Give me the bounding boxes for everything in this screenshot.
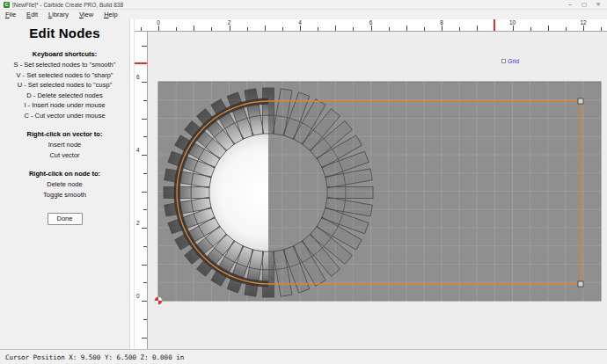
ruler-tick [194, 25, 194, 31]
ruler-tick [566, 27, 567, 31]
close-icon[interactable]: ✕ [591, 0, 605, 9]
ruler-tick [300, 25, 301, 31]
edit-nodes-panel: Edit Nodes Keyboard shortcuts: S - Set s… [0, 19, 130, 349]
cursor-x-marker [494, 19, 495, 31]
ruler-tick [142, 192, 147, 193]
grid-toggle-label[interactable]: Grid [508, 58, 519, 65]
ruler-label: 0 [157, 19, 160, 25]
ruler-tick [142, 265, 147, 266]
menu-edit[interactable]: Edit [21, 10, 43, 19]
menu-file[interactable]: File [0, 10, 21, 19]
menu-library[interactable]: Library [43, 10, 74, 19]
ruler-tick [583, 25, 584, 31]
ruler-tick [601, 27, 602, 31]
section-heading: Right-click on node to: [0, 170, 129, 178]
ruler-label: 0 [136, 293, 140, 299]
ruler-tick [424, 27, 425, 31]
gear-tooth[interactable] [164, 187, 209, 199]
ruler-tick [143, 282, 147, 283]
ruler-label: 6 [136, 74, 140, 80]
menu-help[interactable]: Help [99, 10, 122, 19]
ruler-tick [142, 119, 147, 120]
ruler-tick [530, 27, 531, 31]
ruler-tick [142, 228, 147, 229]
ruler-tick [176, 27, 177, 31]
ruler-tick [142, 301, 147, 302]
gear-tooth[interactable] [263, 88, 274, 134]
app-icon: C [4, 2, 10, 8]
ruler-tick [143, 136, 147, 137]
ruler-tick [282, 27, 283, 31]
ruler-tick [477, 25, 478, 31]
ruler-tick [141, 27, 142, 31]
ruler-tick [459, 27, 460, 31]
menu-bar: File Edit Library View Help [0, 10, 607, 19]
ruler-tick [211, 27, 212, 31]
context-line: Insert node [0, 140, 129, 150]
ruler-label: 8 [440, 19, 443, 25]
shortcut-line: S - Set selected nodes to "smooth" [0, 60, 129, 70]
node-handle[interactable] [578, 98, 583, 104]
grid-checkbox[interactable] [501, 59, 506, 63]
page-title: Edit Nodes [0, 25, 129, 40]
shortcut-line: V - Set selected nodes to "sharp" [0, 70, 129, 81]
vector-context-section: Right-click on vector to: Insert node Cu… [0, 130, 129, 160]
shortcut-line: C - Cut vector under mouse [0, 111, 129, 121]
shortcut-line: I - Insert node under mouse [0, 100, 129, 111]
vertical-ruler: 0246 [135, 32, 148, 349]
context-line: Delete node [0, 179, 129, 190]
ruler-tick [406, 25, 407, 31]
node-handle[interactable] [578, 281, 583, 287]
section-heading: Right-click on vector to: [0, 130, 129, 138]
ruler-tick [158, 25, 159, 31]
ruler-tick [142, 155, 147, 156]
grid-toggle[interactable]: Grid [501, 58, 519, 65]
shortcut-line: D - Delete selected nodes [0, 91, 129, 101]
cursor-position-readout: Cursor Position X: 9.500 Y: 6.500 Z: 0.0… [5, 353, 184, 361]
ruler-label: 12 [580, 19, 586, 25]
ruler-tick [143, 100, 147, 101]
maximize-icon[interactable]: ▢ [577, 0, 591, 9]
keyboard-shortcuts-section: Keyboard shortcuts: S - Set selected nod… [0, 50, 129, 120]
ruler-label: 10 [509, 19, 516, 25]
node-context-section: Right-click on node to: Delete node Togg… [0, 170, 129, 200]
status-bar: Cursor Position X: 9.500 Y: 6.500 Z: 0.0… [0, 349, 607, 364]
ruler-tick [513, 25, 514, 31]
window-title: [NewFile]* - Carbide Create PRO, Build 8… [12, 2, 563, 8]
gear-tooth[interactable] [327, 187, 373, 199]
ruler-tick [143, 319, 147, 320]
ruler-tick [353, 27, 354, 31]
ruler-tick [230, 25, 230, 31]
ruler-label: 6 [369, 19, 373, 25]
shortcut-line: U - Set selected nodes to "cusp" [0, 80, 129, 91]
section-heading: Keyboard shortcuts: [0, 50, 129, 58]
done-button[interactable]: Done [48, 213, 83, 225]
ruler-tick [143, 173, 147, 174]
cursor-y-marker [135, 62, 147, 64]
minimize-icon[interactable]: – [563, 0, 577, 9]
ruler-label: 2 [228, 19, 231, 25]
ruler-tick [389, 27, 390, 31]
ruler-tick [143, 246, 147, 247]
ruler-tick [442, 25, 442, 31]
ruler-label: 4 [136, 147, 140, 153]
ruler-tick [371, 25, 372, 31]
ruler-label: 2 [136, 220, 140, 226]
title-bar: C [NewFile]* - Carbide Create PRO, Build… [0, 0, 607, 10]
ruler-tick [143, 209, 147, 210]
ruler-tick [247, 27, 248, 31]
gear-tooth[interactable] [263, 251, 274, 297]
context-line: Toggle smooth [0, 190, 129, 200]
origin-marker [155, 297, 162, 304]
menu-view[interactable]: View [74, 10, 99, 19]
ruler-label: 4 [298, 19, 302, 25]
ruler-tick [142, 46, 147, 47]
design-canvas[interactable] [148, 32, 607, 349]
ruler-tick [142, 338, 147, 339]
ruler-tick [265, 25, 266, 31]
context-line: Cut vector [0, 150, 129, 161]
horizontal-ruler: 024681012 [135, 19, 607, 32]
ruler-tick [318, 27, 318, 31]
ruler-tick [548, 25, 549, 31]
ruler-tick [335, 25, 336, 31]
